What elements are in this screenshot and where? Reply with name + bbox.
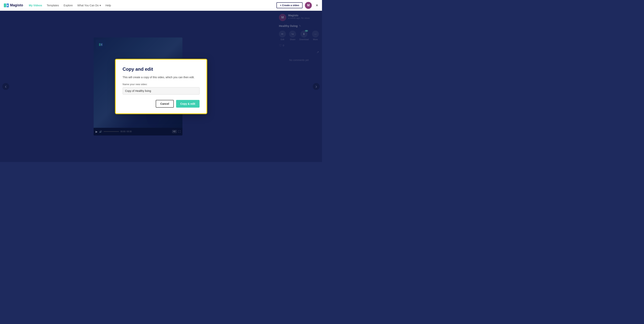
nav-my-videos[interactable]: My Videos bbox=[29, 4, 42, 7]
main-area: ‹ ▶ ▶ 🔊 00:00 / 00:30 bbox=[0, 11, 322, 162]
logo-square-blue: ▶ bbox=[6, 4, 9, 7]
nav-right: + Create a video M × bbox=[276, 2, 318, 9]
nav-explore[interactable]: Explore bbox=[64, 4, 73, 7]
navbar: ▶ Magisto My Videos Templates Explore Wh… bbox=[0, 0, 322, 11]
modal-description: This will create a copy of this video, w… bbox=[123, 75, 200, 79]
modal-overlay: Copy and edit This will create a copy of… bbox=[0, 11, 322, 162]
modal-name-label: Name your new video: bbox=[123, 83, 200, 86]
avatar[interactable]: M bbox=[305, 2, 312, 9]
cancel-button[interactable]: Cancel bbox=[156, 100, 174, 108]
modal-actions: Cancel Copy & edit bbox=[123, 100, 200, 108]
logo-icon: ▶ bbox=[4, 4, 9, 7]
logo-square-green bbox=[4, 4, 6, 7]
nav-links: My Videos Templates Explore What You Can… bbox=[29, 4, 276, 7]
video-name-input[interactable] bbox=[123, 87, 200, 94]
nav-templates[interactable]: Templates bbox=[47, 4, 59, 7]
create-video-button[interactable]: + Create a video bbox=[276, 2, 302, 8]
nav-help[interactable]: Help bbox=[106, 4, 111, 7]
nav-what-you-can-do[interactable]: What You Can Do ▾ bbox=[77, 4, 101, 7]
modal-title: Copy and edit bbox=[123, 66, 200, 72]
chevron-down-icon: ▾ bbox=[100, 4, 101, 7]
copy-edit-button[interactable]: Copy & edit bbox=[176, 100, 200, 108]
logo[interactable]: ▶ Magisto bbox=[4, 3, 23, 7]
close-icon[interactable]: × bbox=[316, 3, 318, 8]
copy-edit-modal: Copy and edit This will create a copy of… bbox=[115, 59, 207, 114]
logo-text: Magisto bbox=[10, 3, 23, 7]
